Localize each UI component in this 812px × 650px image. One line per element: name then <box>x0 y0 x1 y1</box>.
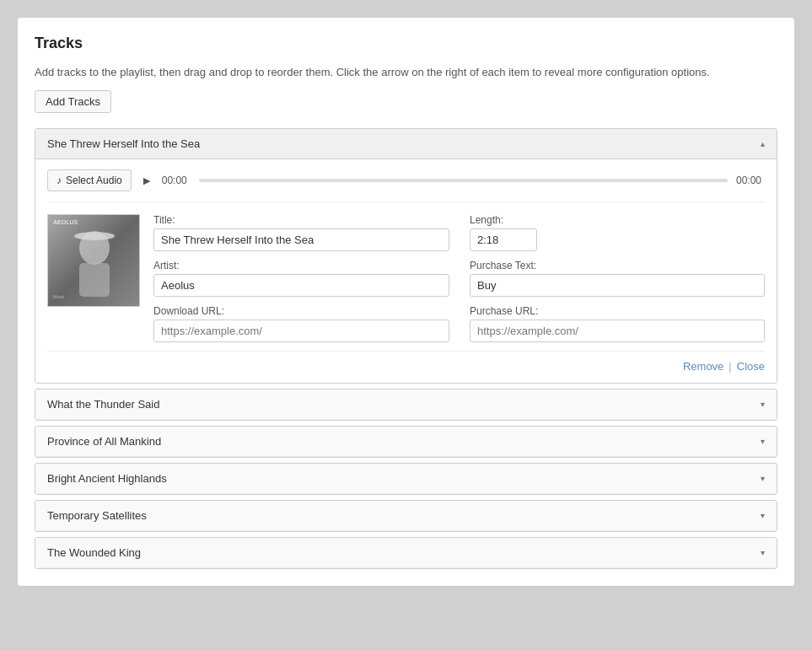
length-field-group: Length: <box>470 214 765 251</box>
remove-button[interactable]: Remove <box>683 360 723 373</box>
tracks-panel: Tracks Add tracks to the playlist, then … <box>17 17 795 587</box>
track-list: She Threw Herself Into the Sea ▴ ♪ Selec… <box>35 128 777 569</box>
purchase-text-label: Purchase Text: <box>470 260 765 271</box>
track-item-1: She Threw Herself Into the Sea ▴ ♪ Selec… <box>35 128 777 384</box>
action-row: Remove | Close <box>47 351 765 373</box>
track-item-6: The Wounded King ▾ <box>35 537 777 569</box>
download-url-label: Download URL: <box>153 305 449 317</box>
track-title-6: The Wounded King <box>47 546 141 559</box>
svg-rect-2 <box>79 263 110 297</box>
length-input[interactable] <box>470 228 537 251</box>
thumbnail-image: AEOLUS <box>48 214 139 307</box>
audio-progress-bar[interactable] <box>199 179 728 182</box>
track-title-3: Province of All Mankind <box>47 435 161 448</box>
panel-title: Tracks <box>35 35 777 52</box>
track-header-5[interactable]: Temporary Satellites ▾ <box>35 501 777 531</box>
purchase-url-label: Purchase URL: <box>470 305 765 317</box>
select-audio-label: Select Audio <box>66 175 122 186</box>
track-content-1: ♪ Select Audio ▶ 00:00 00:00 <box>35 159 777 383</box>
track-header-2[interactable]: What the Thunder Said ▾ <box>35 389 777 420</box>
artist-input[interactable] <box>153 274 449 297</box>
svg-text:AEOLUS: AEOLUS <box>53 219 78 225</box>
chevron-down-icon-6: ▾ <box>761 548 765 557</box>
chevron-down-icon-5: ▾ <box>761 511 765 520</box>
play-button[interactable]: ▶ <box>140 175 153 186</box>
select-audio-button[interactable]: ♪ Select Audio <box>47 169 132 191</box>
music-icon: ♪ <box>56 175 62 186</box>
purchase-url-input[interactable] <box>470 320 765 342</box>
purchase-url-field-group: Purchase URL: <box>470 305 765 342</box>
svg-text:Music: Music <box>53 294 65 299</box>
track-item-2: What the Thunder Said ▾ <box>35 389 777 421</box>
form-fields-left: Title: Artist: Download URL: <box>153 214 449 342</box>
track-title-5: Temporary Satellites <box>47 509 147 522</box>
track-item-3: Province of All Mankind ▾ <box>35 426 777 458</box>
time-end: 00:00 <box>736 175 765 186</box>
track-title-4: Bright Ancient Highlands <box>47 472 167 485</box>
instruction-text: Add tracks to the playlist, then drag an… <box>35 66 777 78</box>
chevron-up-icon-1: ▴ <box>761 139 765 148</box>
form-right: Length: Purchase Text: Purchase URL: <box>470 214 765 342</box>
download-url-field-group: Download URL: <box>153 305 449 342</box>
track-thumbnail: AEOLUS <box>47 214 140 307</box>
add-tracks-button[interactable]: Add Tracks <box>35 90 111 113</box>
album-art-svg: AEOLUS Music <box>48 214 140 307</box>
artist-label: Artist: <box>153 260 449 271</box>
form-columns: AEOLUS <box>47 214 765 342</box>
audio-row: ♪ Select Audio ▶ 00:00 00:00 <box>47 169 765 202</box>
title-label: Title: <box>153 214 449 226</box>
track-title-1: She Threw Herself Into the Sea <box>47 137 200 150</box>
track-title-2: What the Thunder Said <box>47 398 159 411</box>
track-item-5: Temporary Satellites ▾ <box>35 500 777 532</box>
play-icon: ▶ <box>143 175 150 185</box>
time-start: 00:00 <box>162 175 191 186</box>
title-field-group: Title: <box>153 214 449 251</box>
chevron-down-icon-2: ▾ <box>761 400 765 409</box>
title-input[interactable] <box>153 228 449 251</box>
track-header-4[interactable]: Bright Ancient Highlands ▾ <box>35 464 777 494</box>
purchase-text-input[interactable] <box>470 274 765 297</box>
track-header-6[interactable]: The Wounded King ▾ <box>35 538 777 568</box>
chevron-down-icon-4: ▾ <box>761 474 765 483</box>
track-item-4: Bright Ancient Highlands ▾ <box>35 463 777 495</box>
download-url-input[interactable] <box>153 320 449 342</box>
artist-field-group: Artist: <box>153 260 449 297</box>
action-separator: | <box>729 360 731 373</box>
track-header-1[interactable]: She Threw Herself Into the Sea ▴ <box>35 129 777 159</box>
svg-point-3 <box>74 232 115 240</box>
length-label: Length: <box>470 214 765 226</box>
purchase-text-field-group: Purchase Text: <box>470 260 765 297</box>
track-header-3[interactable]: Province of All Mankind ▾ <box>35 427 777 457</box>
close-button[interactable]: Close <box>737 360 765 373</box>
form-left: AEOLUS <box>47 214 449 342</box>
chevron-down-icon-3: ▾ <box>761 437 765 446</box>
